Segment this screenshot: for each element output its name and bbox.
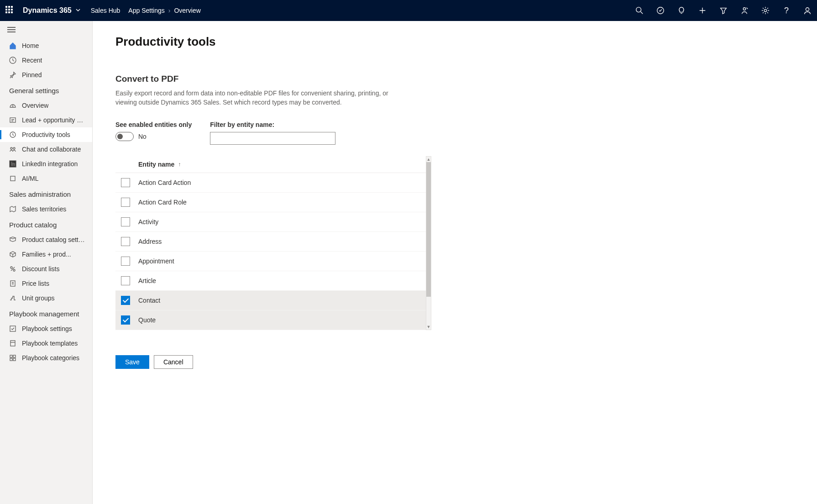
sidebar-item-discount[interactable]: Discount lists bbox=[0, 262, 92, 276]
entity-row[interactable]: Address bbox=[115, 232, 426, 252]
pin-icon bbox=[9, 71, 16, 79]
filter-icon[interactable] bbox=[719, 6, 728, 15]
sidebar-item-linkedin[interactable]: in LinkedIn integration bbox=[0, 157, 92, 171]
svg-point-14 bbox=[13, 269, 15, 271]
sidebar-item-price[interactable]: Price lists bbox=[0, 276, 92, 291]
entity-list: Action Card ActionAction Card RoleActivi… bbox=[115, 173, 426, 330]
svg-point-8 bbox=[10, 147, 12, 149]
svg-rect-18 bbox=[10, 355, 12, 357]
search-icon[interactable] bbox=[635, 6, 644, 15]
account-icon[interactable] bbox=[803, 6, 812, 15]
filter-input[interactable] bbox=[210, 132, 335, 145]
entity-checkbox[interactable] bbox=[121, 237, 130, 246]
sidebar-label: Sales territories bbox=[22, 205, 66, 213]
unit-icon bbox=[9, 294, 16, 302]
page-title: Productivity tools bbox=[115, 35, 817, 49]
assistant-icon[interactable] bbox=[740, 6, 749, 15]
sidebar-item-families[interactable]: Families + prod... bbox=[0, 247, 92, 262]
sidebar-item-chat[interactable]: Chat and collaborate bbox=[0, 142, 92, 157]
svg-rect-21 bbox=[13, 358, 16, 361]
scroll-up-icon[interactable]: ▲ bbox=[426, 157, 431, 162]
sidebar-label: Lead + opportunity ma... bbox=[22, 116, 85, 124]
scroll-down-icon[interactable]: ▼ bbox=[426, 324, 431, 330]
gear-icon[interactable] bbox=[761, 6, 770, 15]
sidebar-item-home[interactable]: Home bbox=[0, 38, 92, 53]
entity-checkbox[interactable] bbox=[121, 257, 130, 266]
sidebar-item-productivity[interactable]: Productivity tools bbox=[0, 127, 92, 142]
entity-name: Article bbox=[138, 277, 156, 284]
entity-row[interactable]: Quote bbox=[115, 310, 426, 330]
app-name[interactable]: Sales Hub bbox=[91, 7, 120, 14]
top-actions: ? bbox=[635, 6, 812, 15]
price-icon bbox=[9, 280, 16, 287]
sidebar-item-playbook-categories[interactable]: Playbook categories bbox=[0, 351, 92, 365]
sidebar-item-playbook-templates[interactable]: Playbook templates bbox=[0, 336, 92, 351]
entity-row[interactable]: Appointment bbox=[115, 252, 426, 271]
brand-label[interactable]: Dynamics 365 bbox=[23, 6, 72, 15]
plus-icon[interactable] bbox=[698, 6, 707, 15]
sidebar-item-aiml[interactable]: AI/ML bbox=[0, 171, 92, 186]
task-icon[interactable] bbox=[656, 6, 665, 15]
svg-rect-16 bbox=[10, 326, 16, 331]
sidebar-item-lead-opportunity[interactable]: Lead + opportunity ma... bbox=[0, 113, 92, 127]
sidebar-item-product-catalog-settings[interactable]: Product catalog settings bbox=[0, 232, 92, 247]
entity-name: Appointment bbox=[138, 257, 174, 265]
entity-row[interactable]: Contact bbox=[115, 291, 426, 310]
sidebar-label: Playbook categories bbox=[22, 354, 79, 362]
check-icon bbox=[9, 325, 16, 332]
svg-rect-6 bbox=[10, 118, 16, 122]
sidebar-label: Overview bbox=[22, 102, 48, 109]
help-icon[interactable]: ? bbox=[782, 6, 791, 15]
breadcrumb-2[interactable]: Overview bbox=[174, 7, 200, 14]
entity-row[interactable]: Article bbox=[115, 271, 426, 291]
map-icon bbox=[9, 205, 16, 213]
sidebar-label: Unit groups bbox=[22, 294, 55, 302]
entity-checkbox[interactable] bbox=[121, 315, 130, 325]
entity-row[interactable]: Action Card Role bbox=[115, 193, 426, 212]
entity-checkbox[interactable] bbox=[121, 276, 130, 285]
overview-icon bbox=[9, 102, 16, 109]
scrollbar[interactable]: ▲ ▼ bbox=[426, 156, 431, 330]
svg-rect-12 bbox=[10, 176, 15, 181]
entity-header-label: Entity name bbox=[138, 161, 174, 168]
entity-checkbox[interactable] bbox=[121, 296, 130, 305]
sidebar-item-recent[interactable]: Recent bbox=[0, 53, 92, 68]
entity-row[interactable]: Action Card Action bbox=[115, 173, 426, 193]
app-launcher-icon[interactable] bbox=[5, 6, 15, 15]
breadcrumb-sep-icon: › bbox=[168, 7, 171, 14]
top-bar: Dynamics 365 Sales Hub App Settings › Ov… bbox=[0, 0, 817, 21]
entity-name: Contact bbox=[138, 297, 160, 304]
save-button[interactable]: Save bbox=[115, 355, 149, 369]
breadcrumb-1[interactable]: App Settings bbox=[128, 7, 164, 14]
svg-point-9 bbox=[13, 147, 15, 149]
svg-point-2 bbox=[743, 8, 745, 10]
scroll-thumb[interactable] bbox=[426, 162, 431, 297]
template-icon bbox=[9, 340, 16, 347]
entity-checkbox[interactable] bbox=[121, 198, 130, 207]
svg-point-4 bbox=[806, 8, 809, 11]
sidebar-label: LinkedIn integration bbox=[22, 160, 78, 168]
sidebar-item-playbook-settings[interactable]: Playbook settings bbox=[0, 321, 92, 336]
section-desc: Easily export record and form data into … bbox=[115, 89, 398, 107]
sidebar-item-pinned[interactable]: Pinned bbox=[0, 68, 92, 82]
svg-point-3 bbox=[764, 9, 766, 11]
lightbulb-icon[interactable] bbox=[677, 6, 686, 15]
menu-toggle-icon[interactable] bbox=[0, 21, 92, 38]
see-enabled-label: See enabled entities only bbox=[115, 121, 192, 128]
sidebar-label: Pinned bbox=[22, 71, 42, 79]
chevron-down-icon[interactable] bbox=[75, 7, 81, 14]
chat-icon bbox=[9, 146, 16, 153]
sidebar-item-unit[interactable]: Unit groups bbox=[0, 291, 92, 305]
svg-rect-19 bbox=[13, 355, 16, 357]
entity-row[interactable]: Activity bbox=[115, 212, 426, 232]
entity-checkbox[interactable] bbox=[121, 178, 130, 187]
section-title: Convert to PDF bbox=[115, 74, 817, 84]
svg-point-0 bbox=[636, 7, 641, 12]
entity-header[interactable]: Entity name ↑ bbox=[115, 156, 426, 173]
cancel-button[interactable]: Cancel bbox=[154, 355, 193, 369]
sidebar-item-territories[interactable]: Sales territories bbox=[0, 202, 92, 216]
see-enabled-toggle[interactable] bbox=[115, 132, 134, 141]
sidebar-label: Discount lists bbox=[22, 265, 59, 273]
entity-checkbox[interactable] bbox=[121, 217, 130, 226]
sidebar-item-overview[interactable]: Overview bbox=[0, 98, 92, 113]
